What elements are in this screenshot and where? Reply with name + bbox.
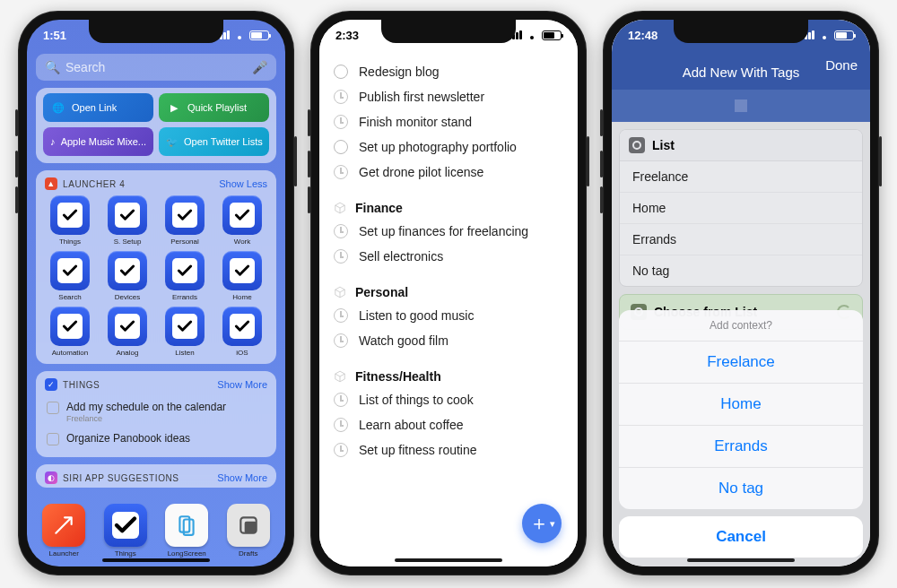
launcher-widget: ▲ LAUNCHER 4 Show Less ThingsS. SetupPer… xyxy=(36,170,276,364)
task-item[interactable]: Learn about coffee xyxy=(319,412,578,437)
dock-app-launcher[interactable]: Launcher xyxy=(36,504,92,558)
task-item[interactable]: Set up fitness routine xyxy=(319,437,578,463)
things-app-icon xyxy=(50,251,90,290)
task-label: Set up photography portfolio xyxy=(359,140,517,154)
phone-things: 2:33 Redesign blogPublish first newslett… xyxy=(310,11,587,575)
launcher-item-label: Things xyxy=(59,238,81,246)
task-item[interactable]: List of things to cook xyxy=(319,387,578,412)
mic-icon[interactable]: 🎤 xyxy=(252,60,267,74)
launcher-item-analog[interactable]: Analog xyxy=(100,307,154,357)
launcher-item-listen[interactable]: Listen xyxy=(158,307,212,357)
dock-app-things[interactable]: Things xyxy=(98,504,154,558)
checkbox-circle-icon[interactable] xyxy=(334,65,348,79)
nav-subbar xyxy=(612,90,870,122)
launcher-badge-icon: ▲ xyxy=(45,177,57,190)
task-item[interactable]: Watch good film xyxy=(319,328,578,353)
list-row[interactable]: Home xyxy=(620,192,862,223)
clock-icon xyxy=(334,115,348,129)
task-item[interactable]: Listen to good music xyxy=(319,303,578,328)
battery-icon xyxy=(834,30,854,40)
section-header[interactable]: Fitness/Health xyxy=(319,353,578,387)
things-showmore[interactable]: Show More xyxy=(217,379,267,390)
things-app-icon xyxy=(222,307,262,346)
clock-icon xyxy=(334,393,348,407)
dock-app-longscreen[interactable]: LongScreen xyxy=(159,504,215,558)
launcher-item-label: Analog xyxy=(117,349,139,357)
launcher-item-devices[interactable]: Devices xyxy=(100,251,154,301)
launcher-item-work[interactable]: Work xyxy=(215,195,269,246)
launcher-item-label: S. Setup xyxy=(114,238,142,246)
list-row[interactable]: Freelance xyxy=(620,161,862,192)
section-header[interactable]: Personal xyxy=(319,269,578,303)
search-input[interactable]: 🔍 Search 🎤 xyxy=(36,54,276,81)
dock-app-drafts[interactable]: Drafts xyxy=(221,504,277,558)
launcher-item-errands[interactable]: Errands xyxy=(158,251,212,301)
checkbox-icon[interactable] xyxy=(47,402,59,414)
task-label: Listen to good music xyxy=(359,308,474,323)
task-label: Set up finances for freelancing xyxy=(359,224,528,238)
add-task-button[interactable]: ＋▾ xyxy=(522,504,562,543)
launcher-item-ios[interactable]: iOS xyxy=(215,307,269,357)
clock-icon xyxy=(334,224,348,238)
sheet-option-freelance[interactable]: Freelance xyxy=(619,342,863,384)
launcher-item-personal[interactable]: Personal xyxy=(158,195,212,246)
status-time: 1:51 xyxy=(43,29,66,42)
things-app-icon xyxy=(222,251,262,290)
shortcut-icon: ♪ xyxy=(50,134,56,150)
task-item[interactable]: Redesign blog xyxy=(319,59,578,84)
task-item[interactable]: Publish first newsletter xyxy=(319,84,578,109)
clock-icon xyxy=(334,165,348,179)
launcher-item-label: Search xyxy=(58,293,81,301)
task-item[interactable]: Finish monitor stand xyxy=(319,109,578,134)
sheet-option-home[interactable]: Home xyxy=(619,384,863,426)
svg-rect-3 xyxy=(244,522,256,533)
task-item[interactable]: Get drone pilot license xyxy=(319,160,578,185)
task-item[interactable]: Sell electronics xyxy=(319,244,578,269)
clock-icon xyxy=(334,418,348,432)
todo-item[interactable]: Add my schedule on the calendarFreelance xyxy=(43,396,269,428)
dock-label: Launcher xyxy=(49,549,79,558)
task-label: Learn about coffee xyxy=(359,418,464,432)
todo-item[interactable]: Organize Panobook ideas xyxy=(43,428,269,450)
checkbox-circle-icon[interactable] xyxy=(334,140,348,154)
done-button[interactable]: Done xyxy=(825,57,858,73)
nav-title: Add New With Tags xyxy=(683,65,800,80)
things-badge-icon: ✓ xyxy=(45,378,57,391)
launcher-item-home[interactable]: Home xyxy=(215,251,269,301)
shortcut-open-link[interactable]: 🌐Open Link xyxy=(43,93,153,122)
home-indicator[interactable] xyxy=(687,558,795,562)
shortcut-label: Apple Music Mixe... xyxy=(61,136,146,147)
dock-label: LongScreen xyxy=(168,549,206,558)
things-app-icon xyxy=(50,307,90,346)
shortcut-quick-playlist[interactable]: ▶Quick Playlist xyxy=(159,93,269,122)
home-indicator[interactable] xyxy=(102,558,210,562)
things-app-icon xyxy=(165,195,205,235)
task-item[interactable]: Set up photography portfolio xyxy=(319,134,578,160)
sheet-title: Add context? xyxy=(619,310,863,342)
shortcut-label: Open Link xyxy=(72,102,117,113)
shortcut-apple-music-mixe-[interactable]: ♪Apple Music Mixe... xyxy=(43,127,153,156)
launcher-item-automation[interactable]: Automation xyxy=(43,307,97,357)
sheet-cancel-button[interactable]: Cancel xyxy=(619,516,863,558)
launcher-item-label: Home xyxy=(232,293,251,301)
list-action-title: List xyxy=(652,138,675,152)
sheet-option-no-tag[interactable]: No tag xyxy=(619,468,863,509)
home-indicator[interactable] xyxy=(395,558,502,562)
launcher-showless[interactable]: Show Less xyxy=(219,178,267,189)
launcher-item-things[interactable]: Things xyxy=(43,195,97,246)
search-placeholder: Search xyxy=(65,60,105,74)
launcher-item-s-setup[interactable]: S. Setup xyxy=(100,195,154,246)
section-header[interactable]: Finance xyxy=(319,185,578,219)
checkbox-icon[interactable] xyxy=(47,433,59,445)
list-row[interactable]: Errands xyxy=(620,223,862,255)
task-item[interactable]: Set up finances for freelancing xyxy=(319,219,578,244)
things-app-icon xyxy=(108,251,147,290)
wifi-icon xyxy=(233,30,246,39)
shortcut-open-twitter-lists[interactable]: 🐦Open Twitter Lists xyxy=(159,127,269,156)
launcher-item-search[interactable]: Search xyxy=(43,251,97,301)
things-title: THINGS xyxy=(63,380,100,390)
app-icon xyxy=(42,504,85,547)
siri-showmore[interactable]: Show More xyxy=(217,472,267,483)
sheet-option-errands[interactable]: Errands xyxy=(619,426,863,468)
list-row[interactable]: No tag xyxy=(620,255,862,286)
